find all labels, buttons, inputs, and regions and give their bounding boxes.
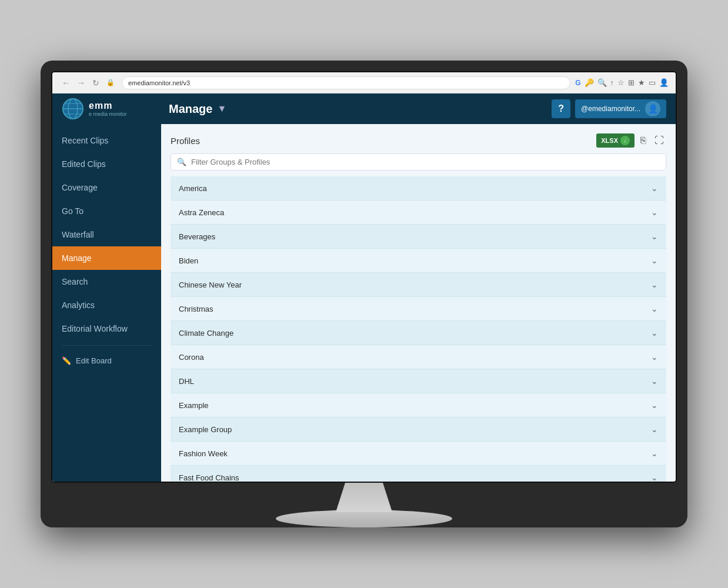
sidebar-item-editorial-workflow[interactable]: Editorial Workflow — [52, 317, 161, 340]
profile-name: Christmas — [179, 305, 213, 313]
chevron-down-icon: ⌄ — [651, 425, 658, 434]
table-row[interactable]: Example ⌄ — [171, 393, 666, 417]
table-row[interactable]: Beverages ⌄ — [171, 225, 666, 249]
logo-area: emm e media monitor — [62, 98, 162, 120]
logo-text: emm — [89, 101, 127, 111]
chevron-down-icon: ⌄ — [651, 256, 658, 265]
chevron-down-icon: ⌄ — [651, 280, 658, 289]
sidebar-item-manage[interactable]: Manage — [52, 246, 161, 270]
profile-name: Corona — [179, 353, 204, 362]
user-label: @emediamonitor... — [581, 105, 640, 113]
page-title: Manage ▼ — [169, 102, 545, 116]
zoom-icon: 🔍 — [597, 78, 607, 87]
browser-toolbar: G 🔑 🔍 ↑ ☆ ⊞ ★ ▭ 👤 — [575, 78, 669, 87]
profile-name: Fast Food Chains — [179, 473, 239, 482]
chevron-down-icon: ⌄ — [651, 208, 658, 217]
profile-name: Astra Zeneca — [179, 208, 224, 217]
star-icon[interactable]: ☆ — [617, 78, 625, 87]
lock-icon: 🔒 — [104, 78, 117, 88]
sidebar-divider — [62, 345, 152, 346]
url-text: emediamonitor.net/v3 — [128, 79, 190, 86]
profiles-header: Profiles XLSX ↓ ⎘ ⛶ — [171, 133, 666, 148]
table-row[interactable]: Example Group ⌄ — [171, 417, 666, 442]
profile-name: Example Group — [179, 425, 232, 434]
table-row[interactable]: Fast Food Chains ⌄ — [171, 466, 666, 482]
table-row[interactable]: Fashion Week ⌄ — [171, 442, 666, 466]
table-row[interactable]: Astra Zeneca ⌄ — [171, 201, 666, 225]
table-row[interactable]: Corona ⌄ — [171, 345, 666, 369]
browser-url-bar[interactable]: emediamonitor.net/v3 — [122, 76, 570, 89]
table-row[interactable]: Biden ⌄ — [171, 249, 666, 273]
monitor-stand — [51, 483, 677, 527]
xlsx-button[interactable]: XLSX ↓ — [596, 133, 635, 148]
header-right: ? @emediamonitor... 👤 — [552, 99, 666, 118]
profile-icon: 👤 — [659, 78, 669, 87]
sidebar-item-coverage[interactable]: Coverage — [52, 176, 161, 199]
search-icon: 🔍 — [177, 158, 186, 166]
profile-name: DHL — [179, 377, 194, 386]
goto-label: Go To — [62, 206, 84, 216]
sidebar-edit-board[interactable]: ✏️ Edit Board — [52, 350, 161, 371]
puzzle-icon: ⊞ — [628, 78, 635, 87]
chevron-down-icon: ⌄ — [651, 352, 658, 362]
logo-subtitle: e media monitor — [89, 111, 127, 117]
table-row[interactable]: Chinese New Year ⌄ — [171, 273, 666, 297]
refresh-icon[interactable]: ↻ — [90, 77, 102, 89]
editorial-workflow-label: Editorial Workflow — [62, 324, 128, 333]
profile-name: America — [179, 184, 207, 193]
user-avatar: 👤 — [645, 101, 660, 116]
chevron-down-icon: ⌄ — [651, 304, 658, 313]
table-row[interactable]: DHL ⌄ — [171, 369, 666, 393]
window-icon: ▭ — [649, 78, 656, 87]
table-row[interactable]: Christmas ⌄ — [171, 297, 666, 321]
forward-icon[interactable]: → — [75, 77, 88, 89]
chevron-down-icon: ⌄ — [651, 183, 658, 193]
sidebar-item-waterfall[interactable]: Waterfall — [52, 223, 161, 246]
app-container: emm e media monitor Manage ▼ ? @emediamo… — [52, 93, 676, 482]
edit-board-label: Edit Board — [76, 356, 112, 365]
xlsx-count: ↓ — [624, 138, 627, 143]
chevron-down-icon: ⌄ — [651, 328, 658, 338]
sidebar-item-edited-clips[interactable]: Edited Clips — [52, 152, 161, 176]
profile-name: Beverages — [179, 232, 215, 241]
main-body: Recent Clips Edited Clips Coverage Go To… — [52, 124, 676, 482]
help-button[interactable]: ? — [552, 99, 570, 118]
browser-nav[interactable]: ← → ↻ 🔒 — [59, 77, 117, 89]
xlsx-badge: ↓ — [620, 136, 630, 145]
profiles-title: Profiles — [171, 136, 200, 146]
stand-neck — [317, 483, 411, 512]
chevron-down-icon: ⌄ — [651, 376, 658, 386]
edited-clips-label: Edited Clips — [62, 159, 106, 169]
sidebar: Recent Clips Edited Clips Coverage Go To… — [52, 124, 161, 482]
sidebar-item-goto[interactable]: Go To — [52, 199, 161, 223]
chevron-down-icon: ⌄ — [651, 400, 658, 410]
stand-base — [276, 510, 452, 527]
xlsx-label: XLSX — [601, 137, 618, 144]
coverage-label: Coverage — [62, 183, 98, 192]
content-area: Profiles XLSX ↓ ⎘ ⛶ — [161, 124, 676, 482]
chevron-down-icon: ⌄ — [651, 473, 658, 482]
table-row[interactable]: America ⌄ — [171, 176, 666, 201]
back-icon[interactable]: ← — [59, 77, 72, 89]
copy-button[interactable]: ⎘ — [638, 134, 649, 147]
waterfall-label: Waterfall — [62, 230, 94, 239]
app-header: emm e media monitor Manage ▼ ? @emediamo… — [52, 93, 676, 124]
search-label: Search — [62, 277, 88, 286]
filter-icon: ▼ — [217, 103, 226, 114]
profile-list: America ⌄ Astra Zeneca ⌄ Beverages ⌄ B — [171, 176, 666, 482]
user-menu-button[interactable]: @emediamonitor... 👤 — [575, 99, 666, 118]
profile-name: Example — [179, 401, 209, 410]
bookmark-icon[interactable]: ★ — [638, 78, 645, 87]
key-icon: 🔑 — [585, 78, 594, 87]
manage-label: Manage — [62, 253, 92, 263]
sidebar-item-recent-clips[interactable]: Recent Clips — [52, 129, 161, 152]
sidebar-item-search[interactable]: Search — [52, 270, 161, 293]
profile-name: Climate Change — [179, 329, 233, 338]
chevron-down-icon: ⌄ — [651, 232, 658, 241]
expand-button[interactable]: ⛶ — [652, 134, 666, 147]
chevron-down-icon: ⌄ — [651, 449, 658, 458]
filter-bar[interactable]: 🔍 — [171, 153, 666, 171]
filter-input[interactable] — [191, 158, 660, 166]
sidebar-item-analytics[interactable]: Analytics — [52, 293, 161, 317]
table-row[interactable]: Climate Change ⌄ — [171, 321, 666, 345]
